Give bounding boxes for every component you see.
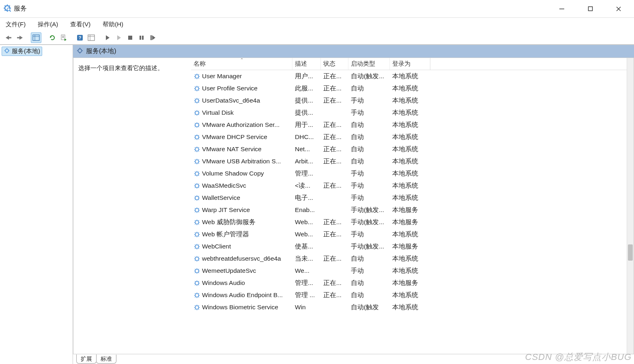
menu-file[interactable]: 文件(F) (4, 19, 27, 30)
service-gear-icon (193, 146, 200, 153)
help-button[interactable]: ? (75, 32, 85, 43)
service-row[interactable]: Windows Audio Endpoint B...管理 ...正在...自动… (191, 289, 634, 301)
service-startup-type: 自动(触发... (348, 72, 390, 81)
service-name: WalletService (202, 194, 240, 201)
properties-button[interactable] (86, 32, 97, 43)
service-row[interactable]: Web 帐户管理器Web...正在...手动本地系统 (191, 228, 634, 240)
service-logon-as: 本地系统 (390, 303, 430, 312)
svg-line-228 (195, 308, 196, 309)
menu-help[interactable]: 帮助(H) (101, 19, 125, 30)
nav-back-button[interactable] (3, 32, 14, 43)
service-description: 电子... (292, 194, 321, 202)
stop-service-button[interactable] (125, 32, 135, 43)
service-row[interactable]: WalletService电子...手动本地系统 (191, 192, 634, 204)
service-status: 正在... (321, 84, 348, 93)
service-logon-as: 本地系统 (390, 121, 430, 129)
service-row[interactable]: VMware NAT ServiceNet...正在...自动本地系统 (191, 143, 634, 155)
export-list-button[interactable] (58, 32, 69, 43)
service-gear-icon (193, 73, 200, 80)
svg-line-201 (195, 272, 196, 273)
scrollbar-thumb[interactable] (628, 244, 633, 261)
svg-rect-12 (588, 7, 592, 11)
service-status: 正在... (321, 279, 348, 287)
service-status: 正在... (321, 72, 348, 81)
svg-line-200 (198, 272, 199, 273)
svg-line-67 (198, 86, 199, 87)
column-header-name[interactable]: ⌃ 名称 (191, 58, 292, 70)
minimize-button[interactable] (554, 3, 570, 15)
service-description: 用于... (292, 121, 321, 129)
service-description: We... (292, 267, 321, 274)
service-row[interactable]: Virtual Disk提供...手动本地系统 (191, 107, 634, 119)
service-row[interactable]: VMware Authorization Ser...用于...正在...自动本… (191, 119, 634, 131)
svg-line-103 (198, 135, 199, 136)
tab-extended[interactable]: 扩展 (76, 354, 97, 364)
menu-action[interactable]: 操作(A) (36, 19, 60, 30)
service-startup-type: 手动 (348, 230, 390, 239)
service-row[interactable]: User Manager用户...正在...自动(触发...本地系统 (191, 70, 634, 82)
tab-standard[interactable]: 标准 (96, 355, 116, 364)
service-logon-as: 本地服务 (390, 218, 430, 227)
service-row[interactable]: Volume Shadow Copy管理...手动本地系统 (191, 167, 634, 180)
menu-view[interactable]: 查看(V) (69, 19, 92, 30)
service-row[interactable]: UserDataSvc_d6e4a提供...正在...手动本地系统 (191, 94, 634, 107)
maximize-button[interactable] (582, 3, 598, 15)
column-header-status[interactable]: 状态 (321, 58, 348, 70)
service-description: 当未... (292, 255, 321, 263)
service-status: 正在... (321, 218, 348, 227)
svg-point-176 (195, 245, 199, 248)
svg-point-221 (195, 306, 199, 309)
svg-line-227 (198, 308, 199, 309)
pause-service-button[interactable] (136, 32, 147, 43)
restart-service-button[interactable] (148, 32, 158, 43)
show-hide-tree-button[interactable] (31, 32, 41, 43)
content-header: 服务(本地) (73, 45, 634, 58)
tree-node-services-local[interactable]: 服务(本地) (2, 47, 42, 56)
service-row[interactable]: WebClient使基...手动(触发...本地服务 (191, 240, 634, 253)
svg-line-102 (195, 138, 196, 139)
refresh-button[interactable] (47, 32, 58, 43)
service-row[interactable]: Warp JIT ServiceEnab...手动(触发...本地服务 (191, 204, 634, 216)
service-startup-type: 自动 (348, 255, 390, 263)
column-header-description[interactable]: 描述 (292, 58, 321, 70)
svg-line-120 (195, 163, 196, 163)
service-name: VMware USB Arbitration S... (202, 158, 281, 165)
service-startup-type: 手动(触发... (348, 218, 390, 227)
menu-bar: 文件(F) 操作(A) 查看(V) 帮助(H) (0, 18, 634, 31)
service-gear-icon (193, 170, 200, 177)
service-row[interactable]: Windows Biometric ServiceWin自动(触发本地系统 (191, 301, 634, 313)
column-header-logon-as[interactable]: 登录为 (390, 58, 430, 70)
svg-marker-33 (106, 35, 110, 40)
service-row[interactable]: VMware DHCP ServiceDHC...正在...自动本地系统 (191, 131, 634, 143)
service-gear-icon (193, 134, 200, 141)
service-row[interactable]: VMware USB Arbitration S...Arbit...正在...… (191, 155, 634, 167)
nav-forward-button[interactable] (15, 32, 25, 43)
svg-line-166 (198, 220, 199, 221)
service-status: 正在... (321, 230, 348, 239)
service-row[interactable]: User Profile Service此服...正在...自动本地系统 (191, 82, 634, 94)
svg-line-182 (198, 248, 199, 248)
service-row[interactable]: Web 威胁防御服务Web...正在...手动(触发...本地服务 (191, 216, 634, 228)
service-row[interactable]: WaaSMedicSvc<读...正在...手动本地系统 (191, 180, 634, 192)
service-row[interactable]: Windows Audio管理...正在...自动本地服务 (191, 277, 634, 289)
close-button[interactable] (610, 3, 627, 15)
service-gear-icon (193, 292, 200, 299)
service-gear-icon (193, 207, 200, 214)
start-service-button[interactable] (102, 32, 113, 43)
column-header-startup-type[interactable]: 启动类型 (348, 58, 390, 70)
svg-line-199 (195, 269, 196, 270)
service-status: 正在... (321, 255, 348, 263)
service-row[interactable]: webthreatdefusersvc_d6e4a当未...正在...自动本地系… (191, 253, 634, 265)
svg-point-77 (195, 111, 199, 115)
content-body: 选择一个项目来查看它的描述。 ⌃ 名称 描述 状态 启动类型 登录为 User … (73, 58, 634, 354)
start-service-dim-button[interactable] (114, 32, 124, 43)
svg-point-9 (7, 8, 10, 11)
svg-line-172 (195, 232, 196, 233)
service-description: Web... (292, 218, 321, 226)
svg-line-85 (198, 111, 199, 111)
service-row[interactable]: WemeetUpdateSvcWe...手动本地系统 (191, 265, 634, 277)
service-name: VMware Authorization Ser... (202, 121, 279, 128)
service-name: Windows Audio (202, 279, 245, 287)
service-startup-type: 手动 (348, 109, 390, 117)
vertical-scrollbar[interactable] (627, 58, 634, 354)
